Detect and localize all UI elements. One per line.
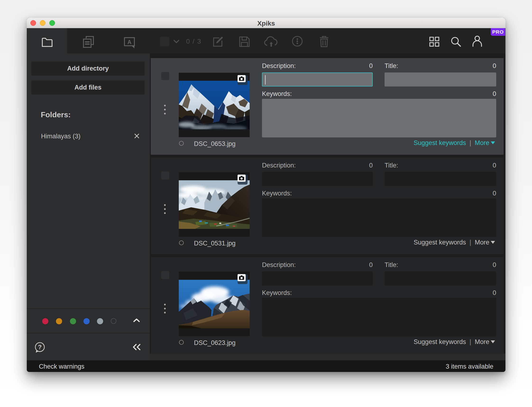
svg-text:A: A	[127, 39, 131, 45]
svg-text:?: ?	[38, 344, 42, 351]
